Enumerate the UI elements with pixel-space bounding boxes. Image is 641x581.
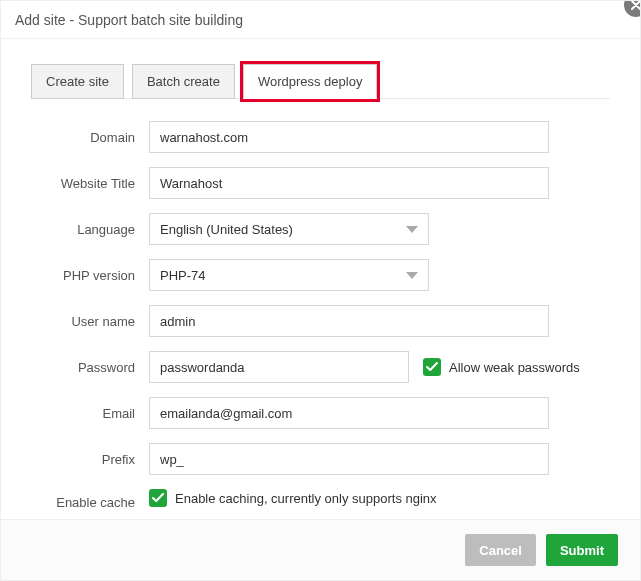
label-password: Password	[31, 360, 149, 375]
dialog-footer: Cancel Submit	[1, 519, 640, 580]
label-website-title: Website Title	[31, 176, 149, 191]
label-user-name: User name	[31, 314, 149, 329]
row-enable-cache: Enable cache Enable caching, currently o…	[31, 489, 610, 510]
row-email: Email	[31, 397, 610, 429]
row-prefix: Prefix	[31, 443, 610, 475]
label-email: Email	[31, 406, 149, 421]
dialog-title: Add site - Support batch site building	[1, 1, 640, 39]
row-php-version: PHP version PHP-74	[31, 259, 610, 291]
tabs: Create site Batch create Wordpress deplo…	[31, 63, 610, 99]
row-language: Language English (United States)	[31, 213, 610, 245]
label-language: Language	[31, 222, 149, 237]
tab-batch-create[interactable]: Batch create	[132, 64, 235, 99]
cancel-button[interactable]: Cancel	[465, 534, 536, 566]
domain-input[interactable]	[149, 121, 549, 153]
chevron-down-icon	[406, 226, 418, 233]
chevron-down-icon	[406, 272, 418, 279]
row-website-title: Website Title	[31, 167, 610, 199]
row-user-name: User name	[31, 305, 610, 337]
tab-wordpress-deploy[interactable]: Wordpress deploy	[243, 64, 378, 99]
checkbox-checked-icon	[423, 358, 441, 376]
label-domain: Domain	[31, 130, 149, 145]
tab-create-site[interactable]: Create site	[31, 64, 124, 99]
dialog-body: Create site Batch create Wordpress deplo…	[1, 39, 640, 510]
language-value: English (United States)	[160, 222, 293, 237]
label-enable-cache: Enable cache	[31, 489, 149, 510]
email-input[interactable]	[149, 397, 549, 429]
label-prefix: Prefix	[31, 452, 149, 467]
allow-weak-label: Allow weak passwords	[449, 360, 580, 375]
language-select[interactable]: English (United States)	[149, 213, 429, 245]
website-title-input[interactable]	[149, 167, 549, 199]
checkbox-checked-icon	[149, 489, 167, 507]
add-site-dialog: Add site - Support batch site building C…	[0, 0, 641, 581]
row-password: Password Allow weak passwords	[31, 351, 610, 383]
enable-cache-check[interactable]: Enable caching, currently only supports …	[149, 489, 437, 507]
php-version-select[interactable]: PHP-74	[149, 259, 429, 291]
label-php-version: PHP version	[31, 268, 149, 283]
password-input[interactable]	[149, 351, 409, 383]
enable-cache-label: Enable caching, currently only supports …	[175, 491, 437, 506]
user-name-input[interactable]	[149, 305, 549, 337]
row-domain: Domain	[31, 121, 610, 153]
prefix-input[interactable]	[149, 443, 549, 475]
allow-weak-check[interactable]: Allow weak passwords	[423, 358, 580, 376]
submit-button[interactable]: Submit	[546, 534, 618, 566]
php-version-value: PHP-74	[160, 268, 206, 283]
